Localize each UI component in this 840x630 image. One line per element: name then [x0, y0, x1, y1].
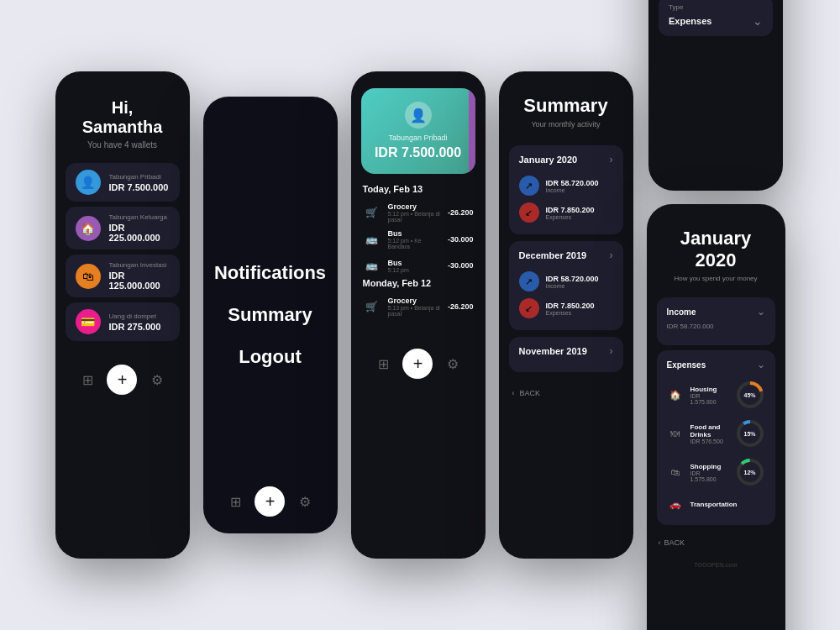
menu-list: NotificationsSummaryLogout: [203, 97, 338, 533]
chevron-down-icon-income: ⌄: [757, 306, 765, 318]
tx-info: IDR 7.850.200 Expenses: [546, 302, 613, 316]
exp-name: Housing: [690, 386, 728, 393]
tx-amount: -30.000: [448, 261, 474, 270]
wallet-icon: 👤: [76, 170, 101, 195]
p6-expense-items: 🏠 Housing IDR 1.575.800 45% 🍽 Food and D…: [667, 375, 765, 517]
wallet-list: 👤 Tabungan Pribadi IDR 7.500.000 🏠 Tabun…: [55, 163, 190, 341]
tx-info: Bus 5:12 pm: [388, 259, 441, 273]
p1-header: Hi, Samantha You have 4 wallets: [55, 71, 190, 163]
month-header: January 2020 ›: [519, 154, 613, 165]
tx-meta: 5:12 pm: [388, 267, 441, 273]
settings-icon-2[interactable]: ⚙: [293, 490, 317, 513]
p4-back-button[interactable]: ‹ BACK: [499, 379, 633, 407]
wallet-amount: IDR 7.500.000: [109, 182, 170, 192]
chevron-right-icon[interactable]: ›: [610, 154, 613, 165]
add-button-3[interactable]: +: [402, 349, 433, 379]
donut-chart: 12%: [735, 457, 765, 487]
p4-header: Summary Your monthly activity: [499, 71, 633, 139]
wallet-item[interactable]: 🏠 Tabungan Keluarga IDR 225.000.000: [66, 207, 180, 249]
transaction-item[interactable]: 🛒 Grocery 5:13 pm • Belanja di pasar -26…: [363, 293, 474, 320]
income-row: ↗ IDR 58.720.000 Income: [519, 172, 613, 199]
back-chevron-icon: ‹: [512, 389, 515, 397]
phone-menu: NotificationsSummaryLogout ⊞ + ⚙: [203, 97, 338, 533]
expense-icon: ↙: [519, 202, 539, 223]
wallet-amount: IDR 225.000.000: [109, 223, 170, 243]
menu-item[interactable]: Notifications: [214, 252, 326, 294]
p6-expenses-section: Expenses ⌄ 🏠 Housing IDR 1.575.800 45% 🍽…: [657, 350, 775, 525]
wallet-item[interactable]: 👤 Tabungan Pribadi IDR 7.500.000: [66, 163, 180, 202]
settings-icon[interactable]: ⚙: [145, 368, 169, 391]
back-chevron-icon-p6: ‹: [659, 538, 661, 547]
p5-type-value: Expenses: [669, 16, 711, 26]
menu-item[interactable]: Logout: [239, 336, 302, 378]
wallet-item[interactable]: 💳 Uang di dompet IDR 275.000: [66, 302, 180, 341]
donut-label: 15%: [743, 431, 755, 437]
p6-income-section: Income ⌄ IDR 58.720.000: [657, 297, 775, 345]
exp-amount: IDR 576.500: [690, 438, 728, 444]
exp-category-icon: 🏠: [667, 386, 684, 403]
tx-name: Bus: [388, 259, 441, 267]
p4-sub: Your monthly activity: [512, 120, 620, 129]
add-button-2[interactable]: +: [255, 486, 285, 517]
expense-label: Expenses: [546, 310, 613, 316]
chevron-down-icon: ⌄: [753, 14, 763, 28]
wallet-info: Tabungan Pribadi IDR 7.500.000: [109, 173, 170, 192]
wallet-icon: 🛍: [76, 264, 101, 289]
expense-row: ↙ IDR 7.850.200 Expenses: [519, 295, 613, 322]
month-section: November 2019 ›: [509, 337, 623, 372]
tx-name: Grocery: [388, 297, 441, 305]
tx-icon: 🛒: [363, 297, 381, 316]
chevron-right-icon[interactable]: ›: [610, 249, 613, 261]
wallet-name: Uang di dompet: [109, 312, 170, 320]
wallet-name: Tabungan Keluarga: [109, 213, 170, 221]
tx-amount: -26.200: [448, 302, 474, 311]
p5-type-select[interactable]: Expenses ⌄: [669, 14, 763, 28]
exp-category-icon: 🚗: [667, 496, 684, 512]
tx-icon: 🚌: [363, 230, 381, 249]
tx-info: IDR 58.720.000 Income: [546, 179, 613, 193]
income-row: ↗ IDR 58.720.000 Income: [519, 268, 613, 295]
p6-title: January 2020: [660, 228, 772, 271]
grid-icon[interactable]: ⊞: [76, 368, 99, 391]
expense-row: ↙ IDR 7.850.200 Expenses: [519, 199, 613, 226]
tx-amount: -26.200: [448, 208, 474, 217]
transaction-item[interactable]: 🚌 Bus 5:12 pm • Ke Bandara -30.000: [363, 226, 474, 253]
phone-summary: Summary Your monthly activity January 20…: [499, 71, 633, 559]
exp-amount: IDR 1.575.800: [690, 470, 728, 482]
exp-name: Food and Drinks: [690, 423, 728, 438]
expense-icon: ↙: [519, 298, 539, 318]
grid-icon-3[interactable]: ⊞: [371, 352, 395, 375]
exp-info: Transportation: [690, 501, 765, 508]
p3-bottom-nav: ⊞ + ⚙: [351, 335, 486, 392]
income-amount: IDR 58.720.000: [546, 179, 613, 187]
p6-income-header: Income ⌄: [667, 306, 765, 318]
card-wallet-amount: IDR 7.500.000: [375, 145, 462, 160]
p5-type-section: Type Expenses ⌄: [659, 0, 773, 36]
tx-info: Grocery 5:12 pm • Belanja di pasar: [388, 202, 441, 223]
card-wallet-name: Tabungan Pribadi: [375, 134, 462, 142]
menu-item[interactable]: Summary: [228, 294, 312, 336]
grid-icon-2[interactable]: ⊞: [223, 490, 247, 513]
transaction-item[interactable]: 🚌 Bus 5:12 pm -30.000: [363, 253, 474, 278]
wallet-info: Uang di dompet IDR 275.000: [109, 312, 170, 332]
exp-amount: IDR 1.575.800: [690, 393, 728, 405]
tx-meta: 5:13 pm • Belanja di pasar: [388, 305, 441, 317]
transaction-item[interactable]: 🛒 Grocery 5:12 pm • Belanja di pasar -26…: [363, 199, 474, 226]
tx-name: Grocery: [388, 202, 441, 211]
wallet-amount: IDR 125.000.000: [109, 270, 170, 291]
exp-name: Transportation: [690, 501, 765, 508]
wallet-icon: 💳: [76, 309, 101, 334]
chevron-down-icon-expenses: ⌄: [757, 359, 765, 370]
p1-sub: You have 4 wallets: [72, 140, 173, 150]
expense-category-row: 🚗 Transportation: [667, 491, 765, 517]
add-button[interactable]: +: [107, 365, 137, 395]
p6-back-button[interactable]: ‹ BACK: [647, 530, 785, 555]
wallet-item[interactable]: 🛍 Tabungan Investasi IDR 125.000.000: [66, 255, 180, 297]
month-title: January 2020: [519, 155, 578, 165]
settings-icon-3[interactable]: ⚙: [441, 352, 465, 375]
exp-category-icon: 🛍: [667, 464, 684, 480]
month-title: December 2019: [519, 250, 587, 260]
phone-transactions: 👤 Tabungan Pribadi IDR 7.500.000 Today, …: [351, 71, 486, 559]
chevron-right-icon[interactable]: ›: [610, 345, 613, 357]
wallet-name: Tabungan Pribadi: [109, 173, 170, 181]
